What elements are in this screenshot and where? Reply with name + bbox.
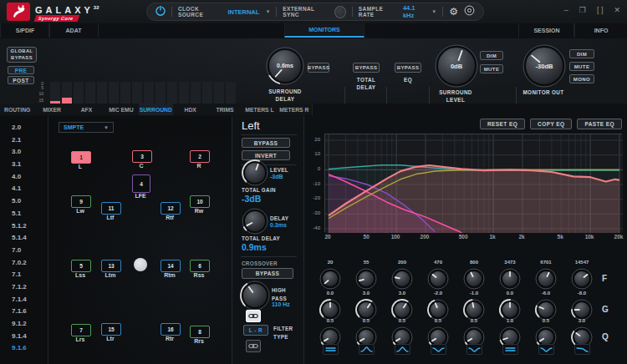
sidebar-item-7.0.2[interactable]: 7.0.2 bbox=[0, 257, 48, 270]
eq-panel: RESET EQ COPY EQ PASTE EQ 20100-10-20-30… bbox=[304, 116, 627, 364]
tab-mixer[interactable]: MIXER bbox=[34, 104, 69, 115]
crossover-bypass-button[interactable]: BYPASS bbox=[242, 268, 293, 279]
tab-spdif[interactable]: S/PDIF bbox=[0, 23, 50, 38]
speaker-label-Lrs: Lrs bbox=[71, 336, 89, 342]
sidebar-item-2.1[interactable]: 2.1 bbox=[0, 134, 48, 147]
band-5-filter-type-dip-icon[interactable] bbox=[466, 344, 482, 355]
band-6-filter-type-flat-icon[interactable] bbox=[502, 344, 518, 355]
monitor-out-dim-button[interactable]: DIM bbox=[569, 49, 594, 58]
speaker-label-Rss: Rss bbox=[190, 272, 208, 278]
sidebar-item-9.1.6[interactable]: 9.1.6 bbox=[0, 342, 48, 355]
link-icon[interactable] bbox=[246, 340, 261, 352]
link-icon[interactable] bbox=[246, 310, 261, 322]
total-delay-bypass-button[interactable]: BYPASS bbox=[353, 63, 380, 73]
tab-mic-emu[interactable]: MIC EMU bbox=[104, 104, 139, 115]
tab-adat[interactable]: ADAT bbox=[48, 23, 99, 38]
speaker-L[interactable]: 1 bbox=[71, 151, 91, 164]
eq-bypass-button[interactable]: BYPASS bbox=[395, 63, 421, 73]
tab-afx[interactable]: AFX bbox=[69, 104, 104, 115]
surround-level-knob[interactable]: 0dB bbox=[434, 43, 479, 92]
speaker-Rtr[interactable]: 16 bbox=[161, 323, 181, 336]
sidebar-item-2.0[interactable]: 2.0 bbox=[0, 122, 48, 134]
band-4-freq-value: 470 bbox=[421, 260, 455, 265]
band-2-filter-type-peak-icon[interactable] bbox=[359, 344, 375, 355]
sample-rate-select[interactable]: 44.1 kHz bbox=[403, 4, 426, 19]
copy-eq-button[interactable]: COPY EQ bbox=[530, 119, 572, 129]
surround-delay-bypass-button[interactable]: BYPASS bbox=[308, 63, 329, 73]
sidebar-item-9.1.2[interactable]: 9.1.2 bbox=[0, 318, 48, 331]
tab-session[interactable]: SESSION bbox=[518, 23, 575, 38]
sidebar-item-3.1[interactable]: 3.1 bbox=[0, 159, 48, 171]
sidebar-item-5.1.4[interactable]: 5.1.4 bbox=[0, 232, 48, 245]
speaker-Rtf[interactable]: 12 bbox=[161, 202, 181, 215]
tab-meters-l[interactable]: METERS L bbox=[242, 104, 278, 115]
band-4-filter-type-dip-icon[interactable] bbox=[431, 344, 446, 355]
gear-icon[interactable]: ⚙ bbox=[449, 7, 458, 17]
sidebar-item-4.0[interactable]: 4.0 bbox=[0, 171, 48, 184]
tab-meters-r[interactable]: METERS R bbox=[277, 104, 312, 115]
surround-delay-knob[interactable]: 0.6ms bbox=[265, 46, 305, 89]
chevron-down-icon[interactable]: ▼ bbox=[265, 9, 270, 14]
speaker-Rrs[interactable]: 8 bbox=[190, 326, 210, 338]
external-sync-button[interactable] bbox=[334, 6, 346, 18]
band-1-filter-type-flat-icon[interactable] bbox=[323, 344, 339, 355]
speaker-Rtm[interactable]: 14 bbox=[161, 260, 181, 272]
channel-bypass-button[interactable]: BYPASS bbox=[242, 138, 290, 148]
sidebar-item-7.1.2[interactable]: 7.1.2 bbox=[0, 281, 48, 294]
monitor-out-mute-button[interactable]: MUTE bbox=[569, 62, 594, 71]
sidebar-item-9.1.4[interactable]: 9.1.4 bbox=[0, 331, 48, 343]
sidebar-item-7.1[interactable]: 7.1 bbox=[0, 269, 48, 281]
tab-hdx[interactable]: HDX bbox=[173, 104, 208, 115]
paste-eq-button[interactable]: PASTE EQ bbox=[577, 119, 622, 129]
sidebar-item-3.0[interactable]: 3.0 bbox=[0, 146, 48, 159]
reset-eq-button[interactable]: RESET EQ bbox=[480, 119, 525, 129]
global-bypass-button[interactable]: GLOBAL BYPASS bbox=[7, 47, 37, 63]
band-8-filter-type-lowpass-icon[interactable] bbox=[574, 344, 590, 355]
band-7-filter-type-dip-icon[interactable] bbox=[538, 344, 554, 355]
speaker-label-Rw: Rw bbox=[190, 208, 208, 214]
speaker-C[interactable]: 3 bbox=[132, 150, 152, 163]
band-8-q-value: 3.0 bbox=[565, 318, 599, 323]
tab-surround[interactable]: SURROUND bbox=[139, 104, 174, 115]
surround-level-mute-button[interactable]: MUTE bbox=[480, 64, 503, 73]
sidebar-item-5.1[interactable]: 5.1 bbox=[0, 208, 48, 220]
identify-device-icon[interactable] bbox=[464, 4, 475, 19]
speaker-Lrs[interactable]: 7 bbox=[71, 324, 91, 336]
close-button[interactable]: ✕ bbox=[614, 6, 620, 14]
minimize-button[interactable]: – bbox=[564, 6, 568, 14]
band-3-filter-type-peak-icon[interactable] bbox=[395, 344, 410, 355]
speaker-Rss[interactable]: 6 bbox=[190, 260, 210, 272]
speaker-Rw[interactable]: 10 bbox=[190, 195, 210, 208]
pre-button[interactable]: PRE bbox=[8, 66, 34, 74]
sidebar-item-4.1[interactable]: 4.1 bbox=[0, 183, 48, 195]
tab-info[interactable]: INFO bbox=[573, 23, 627, 38]
eq-response-graph[interactable] bbox=[324, 134, 622, 232]
sidebar-item-7.0[interactable]: 7.0 bbox=[0, 245, 48, 257]
preset-dropdown[interactable]: SMPTE ▼ bbox=[59, 122, 114, 133]
tab-routing[interactable]: ROUTING bbox=[0, 104, 35, 115]
speaker-R[interactable]: 2 bbox=[190, 150, 210, 163]
snap-button[interactable]: [ ] bbox=[597, 6, 604, 14]
sidebar-item-5.1.2[interactable]: 5.1.2 bbox=[0, 220, 48, 233]
tab-monitors[interactable]: MONITORS bbox=[284, 23, 364, 38]
chevron-down-icon[interactable]: ▼ bbox=[431, 9, 436, 14]
speaker-Lw[interactable]: 9 bbox=[71, 195, 91, 208]
surround-level-dim-button[interactable]: DIM bbox=[480, 51, 503, 60]
speaker-Lss[interactable]: 5 bbox=[71, 260, 91, 272]
speaker-LFE[interactable]: 4 bbox=[132, 174, 150, 193]
clock-source-select[interactable]: INTERNAL bbox=[227, 8, 259, 16]
monitors-panel: GLOBAL BYPASS PRE POST 05101520304060 LR… bbox=[0, 38, 627, 104]
sidebar-item-7.1.6[interactable]: 7.1.6 bbox=[0, 306, 48, 318]
filter-type-button[interactable]: L - R bbox=[243, 325, 268, 336]
sidebar-item-7.1.4[interactable]: 7.1.4 bbox=[0, 294, 48, 306]
monitor-out-knob[interactable]: -30dB bbox=[522, 43, 567, 92]
eq-x-tick: 200 bbox=[415, 234, 435, 240]
speaker-Ltf[interactable]: 11 bbox=[101, 202, 121, 215]
speaker-Ltm[interactable]: 13 bbox=[101, 260, 121, 272]
restore-button[interactable]: ❐ bbox=[579, 6, 586, 14]
monitor-out-mono-button[interactable]: MONO bbox=[569, 74, 594, 83]
sidebar-item-5.0[interactable]: 5.0 bbox=[0, 195, 48, 208]
tab-trims[interactable]: TRIMS bbox=[207, 104, 242, 115]
power-icon[interactable] bbox=[155, 4, 166, 19]
speaker-Ltr[interactable]: 15 bbox=[101, 323, 121, 336]
